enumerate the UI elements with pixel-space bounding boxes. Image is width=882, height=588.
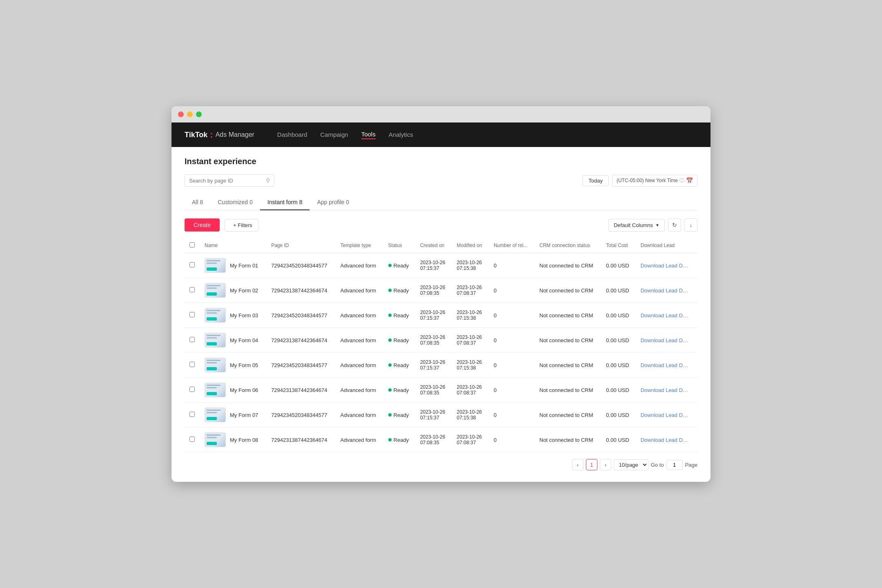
filter-button[interactable]: + Filters xyxy=(225,219,258,232)
name-cell-1: My Form 02 xyxy=(205,283,261,298)
info-icon: ⓘ xyxy=(679,177,684,184)
table-container: Name Page ID Template type Status Create… xyxy=(185,238,697,452)
toolbar-left: Create + Filters xyxy=(185,218,258,232)
select-all-checkbox[interactable] xyxy=(189,242,195,247)
download-cell-1: Download Lead Da... xyxy=(636,278,697,303)
download-link-1[interactable]: Download Lead Da... xyxy=(641,287,690,294)
page-id-3: 7294231387442364674 xyxy=(266,328,335,353)
template-type-0: Advanced form xyxy=(336,253,383,278)
timezone-label: (UTC-05:00) New York Time ⓘ 📅 xyxy=(612,175,697,187)
name-cell-3: My Form 04 xyxy=(205,333,261,347)
page-id-6: 7294234520348344577 xyxy=(266,403,335,428)
pagination: ‹ 1 › 10/page 20/page 50/page Go to Page xyxy=(185,452,697,472)
nav-dashboard[interactable]: Dashboard xyxy=(277,131,307,139)
status-label-5: Ready xyxy=(394,387,409,393)
nav-analytics[interactable]: Analytics xyxy=(389,131,413,139)
download-link-2[interactable]: Download Lead Da... xyxy=(641,312,690,318)
form-thumbnail-5 xyxy=(205,383,226,397)
created-on-6: 2023-10-26 07:15:37 xyxy=(415,403,452,428)
tab-instant-form[interactable]: Instant form 8 xyxy=(260,195,310,210)
num-rel-7: 0 xyxy=(489,428,535,452)
table-row: My Form 02 7294231387442364674 Advanced … xyxy=(185,278,697,303)
crm-status-5: Not connected to CRM xyxy=(535,378,601,403)
template-type-5: Advanced form xyxy=(336,378,383,403)
row-checkbox-1[interactable] xyxy=(189,287,195,292)
page-id-2: 7294234520348344577 xyxy=(266,303,335,328)
goto-input[interactable] xyxy=(666,460,683,470)
form-thumbnail-1 xyxy=(205,283,226,298)
status-label-1: Ready xyxy=(394,287,409,294)
per-page-select[interactable]: 10/page 20/page 50/page xyxy=(614,459,648,470)
export-button[interactable]: ↓ xyxy=(684,218,697,232)
form-name-7: My Form 08 xyxy=(230,437,258,443)
download-link-0[interactable]: Download Lead Da... xyxy=(641,263,690,269)
table-header: Name Page ID Template type Status Create… xyxy=(185,238,697,253)
form-name-5: My Form 06 xyxy=(230,387,258,393)
tab-all[interactable]: All 8 xyxy=(185,195,210,210)
nav-campaign[interactable]: Campaign xyxy=(320,131,348,139)
col-page-id: Page ID xyxy=(266,238,335,253)
total-cost-3: 0.00 USD xyxy=(601,328,635,353)
status-dot-3 xyxy=(388,339,392,342)
status-dot-2 xyxy=(388,314,392,317)
download-link-3[interactable]: Download Lead Da... xyxy=(641,337,690,343)
next-page-button[interactable]: › xyxy=(600,459,611,470)
modified-on-4: 2023-10-26 07:15:38 xyxy=(452,353,489,378)
toolbar: Create + Filters Default Columns ▼ ↻ ↓ xyxy=(185,218,697,232)
tab-app-profile[interactable]: App profile 0 xyxy=(310,195,356,210)
row-checkbox-2[interactable] xyxy=(189,312,195,317)
name-cell-7: My Form 08 xyxy=(205,432,261,447)
today-button[interactable]: Today xyxy=(582,175,609,186)
prev-page-button[interactable]: ‹ xyxy=(572,459,584,470)
minimize-btn[interactable] xyxy=(187,111,193,117)
tab-customized[interactable]: Customized 0 xyxy=(210,195,260,210)
crm-status-7: Not connected to CRM xyxy=(535,428,601,452)
page-1-button[interactable]: 1 xyxy=(586,459,597,470)
download-link-6[interactable]: Download Lead Da... xyxy=(641,412,690,418)
row-checkbox-7[interactable] xyxy=(189,437,195,442)
created-on-3: 2023-10-26 07:08:35 xyxy=(415,328,452,353)
col-num-rel: Number of rel... xyxy=(489,238,535,253)
download-link-4[interactable]: Download Lead Da... xyxy=(641,362,690,368)
goto-label: Go to xyxy=(651,462,664,468)
row-checkbox-3[interactable] xyxy=(189,337,195,342)
status-dot-6 xyxy=(388,413,392,416)
search-input[interactable] xyxy=(189,178,263,184)
created-on-4: 2023-10-26 07:15:37 xyxy=(415,353,452,378)
page-id-0: 7294234520348344577 xyxy=(266,253,335,278)
row-checkbox-6[interactable] xyxy=(189,412,195,417)
filter-label: + Filters xyxy=(233,222,252,228)
total-cost-0: 0.00 USD xyxy=(601,253,635,278)
col-created-on: Created on xyxy=(415,238,452,253)
table-row: My Form 06 7294231387442364674 Advanced … xyxy=(185,378,697,403)
table-row: My Form 04 7294231387442364674 Advanced … xyxy=(185,328,697,353)
refresh-button[interactable]: ↻ xyxy=(668,218,681,232)
created-on-5: 2023-10-26 07:08:35 xyxy=(415,378,452,403)
download-link-7[interactable]: Download Lead Da... xyxy=(641,437,690,443)
app-window: TikTok : Ads Manager Dashboard Campaign … xyxy=(172,106,710,482)
template-type-4: Advanced form xyxy=(336,353,383,378)
download-cell-0: Download Lead Da... xyxy=(636,253,697,278)
modified-on-0: 2023-10-26 07:15:38 xyxy=(452,253,489,278)
row-checkbox-0[interactable] xyxy=(189,262,195,267)
table-row: My Form 05 7294234520348344577 Advanced … xyxy=(185,353,697,378)
status-7: Ready xyxy=(383,428,415,452)
nav-tools[interactable]: Tools xyxy=(361,131,376,139)
name-cell-6: My Form 07 xyxy=(205,408,261,422)
num-rel-1: 0 xyxy=(489,278,535,303)
created-on-0: 2023-10-26 07:15:37 xyxy=(415,253,452,278)
brand-sub: Ads Manager xyxy=(216,131,254,138)
maximize-btn[interactable] xyxy=(196,111,202,117)
num-rel-3: 0 xyxy=(489,328,535,353)
row-checkbox-5[interactable] xyxy=(189,387,195,392)
name-cell-5: My Form 06 xyxy=(205,383,261,397)
row-checkbox-4[interactable] xyxy=(189,362,195,367)
download-cell-7: Download Lead Da... xyxy=(636,428,697,452)
calendar-icon[interactable]: 📅 xyxy=(686,177,693,184)
close-btn[interactable] xyxy=(178,111,184,117)
columns-dropdown[interactable]: Default Columns ▼ xyxy=(608,219,665,232)
chevron-down-icon: ▼ xyxy=(655,223,659,227)
download-link-5[interactable]: Download Lead Da... xyxy=(641,387,690,393)
create-button[interactable]: Create xyxy=(185,218,220,232)
search-box[interactable]: ⚲ xyxy=(185,174,274,187)
